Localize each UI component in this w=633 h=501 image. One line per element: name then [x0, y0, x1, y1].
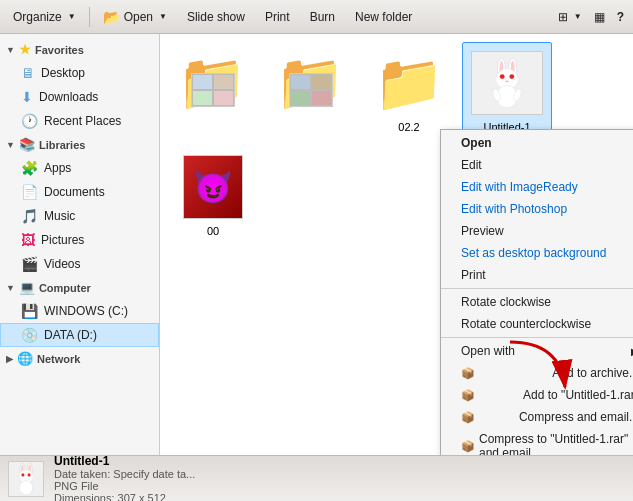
drive-c-icon: 💾 [21, 303, 38, 319]
drive-c-label: WINDOWS (C:) [44, 304, 128, 318]
folder-with-overlay-2: 📁 [275, 51, 347, 115]
sidebar-item-recent[interactable]: 🕐 Recent Places [0, 109, 159, 133]
desktop-icon: 🖥 [21, 65, 35, 81]
view-button[interactable]: ⊞ ▼ [553, 4, 587, 30]
open-button[interactable]: 📂 Open ▼ [94, 4, 176, 30]
network-label: Network [37, 353, 80, 365]
folder-overlay-2 [289, 73, 333, 107]
ctx-item-rotate-ccw[interactable]: Rotate counterclockwise [441, 313, 633, 335]
sidebar-item-pictures[interactable]: 🖼 Pictures [0, 228, 159, 252]
mini-cell [213, 90, 234, 106]
ctx-item-add-archive[interactable]: 📦 Add to archive... [441, 362, 633, 384]
folder-with-overlay-1: 📁 [177, 51, 249, 115]
libraries-section[interactable]: ▼ 📚 Libraries [0, 133, 159, 156]
status-date: Date taken: Specify date ta... [54, 468, 195, 480]
ctx-rotate-cw-label: Rotate clockwise [461, 295, 551, 309]
ctx-item-rotate-cw[interactable]: Rotate clockwise [441, 291, 633, 313]
ctx-compress-rar-email-icon: 📦 [461, 440, 475, 453]
organize-button[interactable]: Organize ▼ [4, 4, 85, 30]
downloads-icon: ⬇ [21, 89, 33, 105]
ctx-item-edit[interactable]: Edit [441, 154, 633, 176]
sidebar-item-desktop[interactable]: 🖥 Desktop [0, 61, 159, 85]
favorites-section[interactable]: ▼ ★ Favorites [0, 38, 159, 61]
sidebar-item-apps[interactable]: 🧩 Apps [0, 156, 159, 180]
svg-point-5 [500, 74, 505, 79]
view-dropdown-arrow: ▼ [574, 12, 582, 21]
sidebar-item-music[interactable]: 🎵 Music [0, 204, 159, 228]
ctx-item-imageready[interactable]: Edit with ImageReady [441, 176, 633, 198]
videos-icon: 🎬 [21, 256, 38, 272]
videos-label: Videos [44, 257, 80, 271]
pane-button[interactable]: ▦ [589, 4, 610, 30]
devil-icon: 😈 [193, 168, 233, 206]
mini-cell [290, 90, 311, 106]
documents-label: Documents [44, 185, 105, 199]
sidebar-item-drive-c[interactable]: 💾 WINDOWS (C:) [0, 299, 159, 323]
toolbar: Organize ▼ 📂 Open ▼ Slide show Print Bur… [0, 0, 633, 34]
ctx-item-photoshop[interactable]: Edit with Photoshop [441, 198, 633, 220]
ctx-rotate-ccw-label: Rotate counterclockwise [461, 317, 591, 331]
sidebar-item-videos[interactable]: 🎬 Videos [0, 252, 159, 276]
file-label-5: 00 [207, 225, 219, 237]
slideshow-button[interactable]: Slide show [178, 4, 254, 30]
ctx-item-preview[interactable]: Preview [441, 220, 633, 242]
ctx-preview-label: Preview [461, 224, 504, 238]
content-area: 📁 [160, 34, 633, 455]
list-item[interactable]: Untitled-1 [462, 42, 552, 138]
newfolder-button[interactable]: New folder [346, 4, 421, 30]
organize-label: Organize [13, 10, 62, 24]
ctx-item-print[interactable]: Print [441, 264, 633, 286]
devil-image-thumbnail: 😈 [183, 155, 243, 219]
newfolder-label: New folder [355, 10, 412, 24]
sidebar-item-drive-d[interactable]: 💿 DATA (D:) [0, 323, 159, 347]
list-item[interactable]: 📁 [168, 42, 258, 138]
ctx-desktop-bg-label: Set as desktop background [461, 246, 606, 260]
ctx-sep-1 [441, 288, 633, 289]
list-item[interactable]: 📁 [266, 42, 356, 138]
status-thumbnail [8, 461, 44, 497]
recent-icon: 🕐 [21, 113, 38, 129]
recent-label: Recent Places [44, 114, 121, 128]
network-arrow: ▶ [6, 354, 13, 364]
network-icon: 🌐 [17, 351, 33, 366]
ctx-item-desktop-bg[interactable]: Set as desktop background [441, 242, 633, 264]
drive-d-label: DATA (D:) [44, 328, 97, 342]
ctx-item-add-rar[interactable]: 📦 Add to "Untitled-1.rar" [441, 384, 633, 406]
print-label: Print [265, 10, 290, 24]
print-button[interactable]: Print [256, 4, 299, 30]
context-menu: Open Edit Edit with ImageReady Edit with… [440, 129, 633, 455]
libraries-arrow: ▼ [6, 140, 15, 150]
apps-icon: 🧩 [21, 160, 38, 176]
ctx-item-compress-rar-email[interactable]: 📦 Compress to "Untitled-1.rar" and email [441, 428, 633, 455]
file-thumbnail-3: 📁 [373, 47, 445, 119]
ctx-edit-label: Edit [461, 158, 482, 172]
pictures-icon: 🖼 [21, 232, 35, 248]
mini-cell [192, 90, 213, 106]
ctx-item-open-with[interactable]: Open with ▶ [441, 340, 633, 362]
status-filename: Untitled-1 [54, 454, 195, 468]
organize-dropdown-arrow: ▼ [68, 12, 76, 21]
help-button[interactable]: ? [612, 4, 629, 30]
ctx-open-with-label: Open with [461, 344, 515, 358]
computer-icon: 💻 [19, 280, 35, 295]
file-thumbnail-4 [471, 47, 543, 119]
list-item[interactable]: 😈 00 [168, 146, 258, 242]
status-filetype: PNG File [54, 480, 195, 492]
open-dropdown-arrow: ▼ [159, 12, 167, 21]
mini-cell [213, 74, 234, 90]
sidebar-item-downloads[interactable]: ⬇ Downloads [0, 85, 159, 109]
network-section[interactable]: ▶ 🌐 Network [0, 347, 159, 370]
ctx-add-rar-icon: 📦 [461, 389, 475, 402]
libraries-label: Libraries [39, 139, 85, 151]
computer-section[interactable]: ▼ 💻 Computer [0, 276, 159, 299]
ctx-sep-2 [441, 337, 633, 338]
mini-grid-1 [192, 74, 234, 106]
ctx-item-compress-email[interactable]: 📦 Compress and email... [441, 406, 633, 428]
burn-button[interactable]: Burn [301, 4, 344, 30]
sidebar-item-documents[interactable]: 📄 Documents [0, 180, 159, 204]
mini-cell [311, 90, 332, 106]
list-item[interactable]: 📁 02.2 [364, 42, 454, 138]
slideshow-label: Slide show [187, 10, 245, 24]
file-label-3: 02.2 [398, 121, 419, 133]
ctx-item-open[interactable]: Open [441, 132, 633, 154]
